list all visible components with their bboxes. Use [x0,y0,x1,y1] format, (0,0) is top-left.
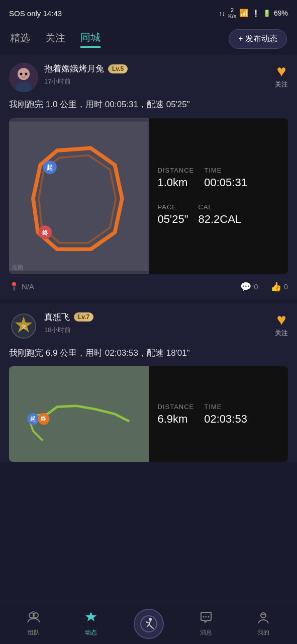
post-list: 抱着嫦娥烤月兔 Lv.5 17小时前 ♥ 关注 我刚跑完 1.0 公里，用时 0… [0,55,297,462]
post-card: 交 真想飞 Lv.7 18小时前 ♥ 关注 我刚跑完 6.9 公里，用时 02:… [0,303,297,462]
distance-label: DISTANCE [158,167,194,174]
wifi-icon: 📶 [239,9,249,18]
run-map-card: 起 终 DISTANCE 6.9km TIME 02: [9,366,288,462]
nav-run-center [120,609,177,639]
tab-following[interactable]: 关注 [45,31,65,47]
mine-icon [256,610,270,626]
distance-value: 1.0km [158,176,194,189]
avatar: 交 [9,311,38,341]
distance-value: 6.9km [158,413,194,426]
stat-cal: CAL 82.2CAL [198,203,241,226]
stat-time: TIME 02:03:53 [204,403,247,426]
route-svg-2: 起 终 [9,366,149,462]
feed-icon [84,610,98,626]
stat-distance: DISTANCE 6.9km [158,403,194,426]
comment-count: 0 [254,282,258,291]
follow-button[interactable]: ♥ 关注 [275,311,288,338]
heart-icon: ♥ [277,63,286,79]
svg-text:起: 起 [30,416,36,422]
svg-marker-24 [85,612,96,621]
user-info: 抱着嫦娥烤月兔 Lv.5 17小时前 [44,63,275,86]
heart-icon: ♥ [277,311,286,328]
nav-message-label: 消息 [200,628,212,637]
status-icons: ↑↓ 2K/s 📶 ❕ 🔋 69% [219,7,288,19]
tab-featured[interactable]: 精选 [10,31,30,47]
svg-point-3 [20,73,23,75]
stats-side: DISTANCE 6.9km TIME 02:03:53 [149,366,288,462]
user-info: 真想飞 Lv.7 18小时前 [44,311,275,335]
post-header: 抱着嫦娥烤月兔 Lv.5 17小时前 ♥ 关注 [9,63,288,92]
tab-local[interactable]: 同城 [80,31,101,48]
pace-label: PACE [158,203,188,211]
like-action[interactable]: 👍 0 [270,281,288,292]
stat-distance: DISTANCE 1.0km [158,167,194,189]
time-value: 00:05:31 [204,176,247,189]
pace-value: 05'25" [158,213,188,226]
battery-percent: 69% [274,9,288,17]
nav-feed[interactable]: 动态 [62,610,120,637]
svg-point-4 [25,73,28,75]
post-time: 18小时前 [44,326,71,334]
location-text: N/A [22,282,34,291]
level-badge: Lv.7 [74,312,93,321]
nav-feed-label: 动态 [85,628,97,637]
publish-button[interactable]: + 发布动态 [229,29,287,49]
nav-team[interactable]: ✦ ✦ ✦ 组队 [5,610,62,637]
svg-point-28 [205,616,207,618]
stat-pace: PACE 05'25" [158,203,188,226]
run-button[interactable] [134,609,164,639]
signal-icon: ↑↓ [219,10,225,17]
svg-text:终: 终 [42,229,49,236]
cal-label: CAL [198,203,241,211]
map-watermark: 画跑 [12,264,23,271]
post-footer: 📍 N/A 💬 0 👍 0 [9,274,288,299]
battery-warning-icon: ❕ [252,10,260,17]
user-name: 真想飞 [44,311,70,323]
like-icon: 👍 [270,281,281,292]
user-name: 抱着嫦娥烤月兔 [44,63,104,74]
post-text: 我刚跑完 1.0 公里，用时 00:05:31，配速 05'25" [9,98,288,111]
follow-label: 关注 [275,80,288,89]
post-time: 17小时前 [44,77,71,85]
nav-mine-label: 我的 [257,628,269,637]
cal-value: 82.2CAL [198,213,241,226]
location-icon: 📍 [9,282,19,291]
map-side: 起 终 [9,366,149,462]
feed: 抱着嫦娥烤月兔 Lv.5 17小时前 ♥ 关注 我刚跑完 1.0 公里，用时 0… [0,55,297,511]
follow-button[interactable]: ♥ 关注 [275,63,288,89]
time-value: 02:03:53 [204,413,247,426]
battery-icon: 🔋 [263,10,271,17]
status-bar: SOS only 14:43 ↑↓ 2K/s 📶 ❕ 🔋 69% [0,0,297,25]
nav-team-label: 组队 [28,628,40,637]
svg-point-30 [261,613,266,618]
run-icon [140,615,157,632]
level-badge: Lv.5 [108,64,128,73]
comment-icon: 💬 [240,281,251,292]
bottom-nav: ✦ ✦ ✦ 组队 动态 [0,603,297,644]
status-time: SOS only 14:43 [9,9,62,18]
post-actions: 💬 0 👍 0 [240,281,288,292]
svg-text:起: 起 [46,164,53,171]
avatar [9,63,38,92]
comment-action[interactable]: 💬 0 [240,281,258,292]
svg-point-25 [141,616,157,632]
distance-label: DISTANCE [158,403,194,411]
post-card: 抱着嫦娥烤月兔 Lv.5 17小时前 ♥ 关注 我刚跑完 1.0 公里，用时 0… [0,55,297,299]
time-label: TIME [204,403,247,411]
run-map-card: 起 终 画跑 DISTANCE 1.0km TIME [9,118,288,274]
map-side: 起 终 画跑 [9,118,149,274]
svg-text:交: 交 [22,324,26,329]
stats-side: DISTANCE 1.0km TIME 00:05:31 PACE 05'25" [149,118,288,274]
svg-text:终: 终 [40,416,47,422]
like-count: 0 [284,282,288,291]
stat-time: TIME 00:05:31 [204,167,247,189]
follow-label: 关注 [275,329,288,338]
data-speed: 2K/s [228,7,236,19]
nav-message[interactable]: 消息 [177,610,235,637]
route-svg: 起 终 [9,118,149,274]
nav-mine[interactable]: 我的 [235,610,292,637]
team-icon: ✦ ✦ ✦ [27,610,41,626]
time-label: TIME [204,167,247,174]
location-display: 📍 N/A [9,282,240,291]
post-text: 我刚跑完 6.9 公里，用时 02:03:53，配速 18'01" [9,347,288,360]
